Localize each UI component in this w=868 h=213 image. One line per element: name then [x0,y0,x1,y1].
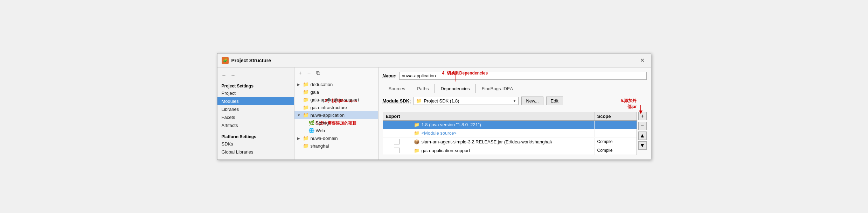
dep-src-icon: 📁 [414,130,419,136]
app-logo: 🧩 [222,57,229,64]
tree-item-gaia-app-support[interactable]: 📁 gaia-application-support [294,96,378,104]
dep-jdk-label: 1.8 (java version "1.8.0_221") [422,122,481,127]
expand-icon-deducation: ▶ [297,83,302,86]
tree-item-nuwa-domain[interactable]: ▶ 📁 nuwa-domain [294,134,378,142]
tree-label-deducation: deducation [311,82,333,87]
sidebar-item-global-libraries[interactable]: Global Libraries [217,148,294,156]
title-bar: 🧩 Project Structure ✕ [217,54,651,68]
sdk-row: Module SDK: 📁 Project SDK (1.8) ▼ New...… [383,93,647,109]
dependencies-area: Export Scope 📁 1.8 (java version "1.8.0_… [383,112,647,155]
dep-row-gaia-name: 📁 gaia-application-support [411,147,595,155]
dep-row-src-scope [595,132,637,135]
col-header-name [411,112,595,120]
tree-item-deducation[interactable]: ▶ 📁 deducation [294,80,378,88]
tree-toolbar: + − ⧉ [294,68,378,79]
tab-dependencies[interactable]: Dependencies 4. 切换到Dependencies [435,84,475,93]
dep-row-gaia-export [383,146,411,155]
sdk-select-dropdown[interactable]: 📁 Project SDK (1.8) ▼ [414,97,519,105]
deps-move-down-button[interactable]: ▼ [638,141,647,150]
dep-row-gaia-support[interactable]: 📁 gaia-application-support Compile [383,146,637,155]
project-structure-dialog: 🧩 Project Structure ✕ ← → Project Settin… [217,53,651,160]
sidebar-item-libraries[interactable]: Libraries [217,105,294,113]
sidebar-item-facets[interactable]: Facets [217,113,294,121]
project-settings-label: Project Settings [217,81,294,89]
left-nav-panel: ← → Project Settings Project Modules 2、找… [217,68,294,159]
tree-item-nuwa-application[interactable]: ▼ 📁 nuwa-application 3.选中需要添加的项目 [294,111,378,119]
tree-label-web: Web [316,128,325,133]
name-row: Name: [383,72,647,80]
expand-icon-nuwa-app: ▼ [297,113,302,117]
back-button[interactable]: ← [220,72,228,79]
deps-move-up-button[interactable]: ▲ [638,132,647,140]
dep-row-jdk-name: 📁 1.8 (java version "1.8.0_221") [411,121,595,129]
folder-icon-gaia-app-support: 📁 [303,97,309,102]
tree-label-gaia-infra: gaia-infrastructure [311,105,347,110]
folder-icon-nuwa-domain: 📁 [303,135,309,141]
modules-tree: ▶ 📁 deducation 📁 gaia 📁 gaia-application… [294,79,378,159]
deps-add-button[interactable]: + [638,112,647,120]
dep-row-src-export [383,132,411,135]
deps-side-buttons: + − ▲ ▼ 5.添加外部jar [638,112,647,155]
tree-item-web[interactable]: 🌐 Web [294,127,378,134]
sdk-dropdown-chevron-icon: ▼ [513,99,516,103]
forward-button[interactable]: → [229,72,237,79]
add-module-button[interactable]: + [297,70,303,77]
dep-row-siam-name: 📦 siam-am-agent-simple-3.2.RELEASE.jar (… [411,138,595,146]
col-header-scope: Scope [595,112,637,120]
spring-icon: 🌿 [308,120,314,126]
web-icon: 🌐 [308,128,314,133]
modules-tree-panel: + − ⧉ ▶ 📁 deducation 📁 gaia [294,68,379,159]
dep-row-siam-export [383,137,411,146]
dep-gaia-icon: 📁 [414,148,419,153]
dep-row-siam[interactable]: 📦 siam-am-agent-simple-3.2.RELEASE.jar (… [383,137,637,146]
sdk-select-text: Project SDK (1.8) [424,98,513,104]
sidebar-item-modules[interactable]: Modules 2、找到Modules [217,97,294,105]
dep-row-module-source[interactable]: 📁 <Module source> [383,129,637,137]
folder-icon-deducation: 📁 [303,81,309,87]
dep-row-gaia-scope[interactable]: Compile [595,147,637,154]
main-content: ← → Project Settings Project Modules 2、找… [217,68,651,159]
sidebar-item-artifacts[interactable]: Artifacts [217,121,294,129]
tree-label-gaia-app-support: gaia-application-support [311,97,359,102]
copy-module-button[interactable]: ⧉ [315,70,321,77]
sidebar-item-sdks[interactable]: SDKs [217,140,294,148]
deps-remove-button[interactable]: − [638,122,647,130]
edit-sdk-button[interactable]: Edit [546,97,563,105]
dep-row-siam-scope[interactable]: Compile [595,138,637,145]
dep-src-label: <Module source> [422,130,457,136]
module-detail-panel: Name: Sources Paths Dependencies 4. 切换到D… [379,68,651,159]
platform-settings-label: Platform Settings [217,132,294,140]
tab-sources[interactable]: Sources [383,84,411,93]
tree-label-gaia: gaia [311,90,319,95]
close-button[interactable]: ✕ [638,56,647,64]
tree-item-gaia[interactable]: 📁 gaia [294,88,378,96]
tree-item-shanghai[interactable]: 📁 shanghai [294,142,378,150]
tree-label-nuwa-app: nuwa-application [311,113,345,118]
folder-icon-gaia: 📁 [303,89,309,95]
sidebar-item-project[interactable]: Project [217,89,294,97]
sdk-label: Module SDK: [383,98,411,104]
tree-item-gaia-infra[interactable]: 📁 gaia-infrastructure [294,104,378,111]
new-sdk-button[interactable]: New... [521,97,543,105]
dep-row-jdk-scope [595,123,637,126]
dep-siam-checkbox[interactable] [394,139,400,144]
dependencies-table: Export Scope 📁 1.8 (java version "1.8.0_… [383,112,637,155]
module-tabs: Sources Paths Dependencies 4. 切换到Depende… [383,84,647,93]
tab-paths[interactable]: Paths [411,84,435,93]
tree-item-spring[interactable]: 🌿 Spring [294,119,378,127]
tab-findbugs[interactable]: FindBugs-IDEA [476,84,519,93]
dep-siam-icon: 📦 [414,139,419,144]
sdk-icon: 📁 [416,98,422,104]
tree-label-nuwa-domain: nuwa-domain [311,136,338,141]
dep-row-jdk-export [383,123,411,126]
name-input[interactable] [399,72,646,80]
dep-siam-label: siam-am-agent-simple-3.2.RELEASE.jar (E:… [422,139,552,144]
dep-row-jdk[interactable]: 📁 1.8 (java version "1.8.0_221") [383,121,637,129]
tree-label-spring: Spring [316,120,329,126]
remove-module-button[interactable]: − [306,70,312,77]
dep-gaia-checkbox[interactable] [394,148,400,153]
dep-gaia-label: gaia-application-support [422,148,470,153]
expand-icon-nuwa-domain: ▶ [297,136,302,140]
dep-row-src-name: 📁 <Module source> [411,129,595,137]
folder-icon-nuwa-app: 📁 [303,112,309,118]
